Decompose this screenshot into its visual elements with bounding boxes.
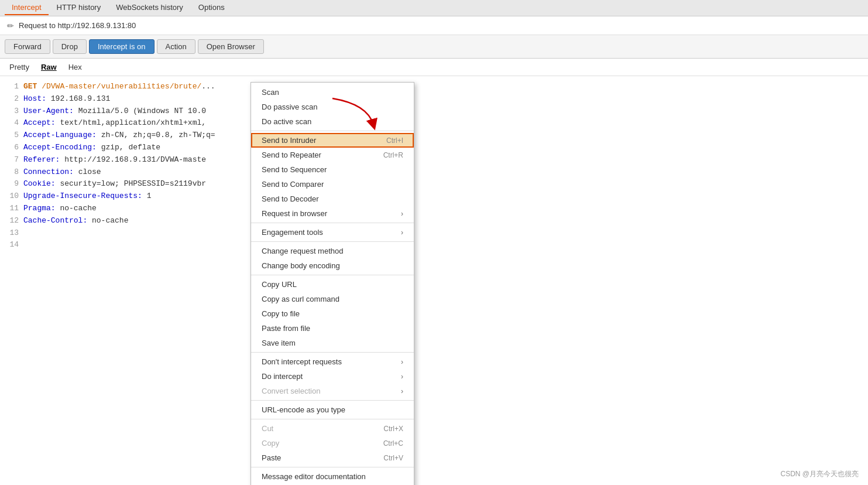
menu-item[interactable]: Request in browser› [251,206,414,221]
request-line: 3User-Agent: Mozilla/5.0 (Windows NT 10.… [7,105,861,118]
line-number: 12 [7,215,19,227]
open-browser-button[interactable]: Open Browser [198,39,264,54]
context-menu: ScanDo passive scanDo active scanSend to… [251,82,414,485]
line-content: Referer: http://192.168.9.131/DVWA-maste [23,154,861,166]
menu-item-label: Send to Comparer [262,180,324,189]
menu-item[interactable]: URL-encode as you type [251,402,414,417]
menu-item-label: Do intercept [262,372,303,381]
tab-websockets-history[interactable]: WebSockets history [109,1,190,15]
menu-item[interactable]: Do active scan [251,114,414,129]
request-path: /DVWA-master/vulnerabilities/brute/ [42,82,201,91]
content-area: 1GET /DVWA-master/vulnerabilities/brute/… [0,76,868,485]
tab-http-history[interactable]: HTTP history [50,1,108,15]
submenu-arrow-icon: › [401,358,403,366]
line-number: 11 [7,203,19,215]
line-number: 1 [7,81,19,93]
header-key: Cookie: [23,179,56,188]
menu-item[interactable]: Engagement tools› [251,225,414,240]
drop-button[interactable]: Drop [53,39,87,54]
action-button[interactable]: Action [157,39,195,54]
tab-raw[interactable]: Raw [39,62,59,73]
truncated-content: ... [201,82,215,91]
toolbar: Forward Drop Intercept is on Action Open… [0,35,868,59]
menu-item[interactable]: Save item [251,336,414,350]
header-key: Cache-Control: [23,216,87,225]
menu-item[interactable]: Send to RepeaterCtrl+R [251,148,414,162]
header-key: Connection: [23,168,74,176]
menu-item-label: Copy to file [262,309,300,318]
menu-item-label: Send to Sequencer [262,165,327,174]
submenu-arrow-icon: › [401,210,403,218]
request-line: 12Cache-Control: no-cache [7,215,861,227]
request-line: 5Accept-Language: zh-CN, zh;q=0.8, zh-TW… [7,129,861,142]
menu-separator [251,352,414,353]
menu-item[interactable]: Copy as curl command [251,292,414,306]
view-tabs: Pretty Raw Hex [0,59,868,76]
submenu-arrow-icon: › [401,387,403,395]
menu-separator [251,131,414,131]
menu-item[interactable]: Scan [251,85,414,100]
menu-item[interactable]: Send to IntruderCtrl+I [251,133,414,148]
http-method: GET [23,82,37,91]
header-key: Pragma: [23,204,56,213]
line-number: 9 [7,178,19,190]
menu-item[interactable]: Do passive scan [251,100,414,114]
menu-item[interactable]: Send to Comparer [251,177,414,192]
menu-item-label: Copy URL [262,280,297,289]
request-bar: ✏ Request to http://192.168.9.131:80 [0,16,868,35]
menu-separator [251,223,414,223]
request-line: 1GET /DVWA-master/vulnerabilities/brute/… [7,81,861,93]
tab-intercept[interactable]: Intercept [5,1,49,15]
header-key: Upgrade-Insecure-Requests: [23,192,142,200]
menu-item-label: Send to Intruder [262,136,316,145]
line-content: Accept-Encoding: gzip, deflate [23,142,861,154]
menu-item[interactable]: Copy to file [251,306,414,321]
menu-shortcut: Ctrl+V [383,454,403,462]
submenu-arrow-icon: › [401,228,403,237]
menu-item[interactable]: Message editor documentation [251,469,414,484]
menu-separator [251,275,414,275]
request-url: Request to http://192.168.9.131:80 [19,21,136,30]
submenu-arrow-icon: › [401,373,403,381]
menu-item-label: Do active scan [262,117,311,126]
menu-shortcut: Ctrl+R [383,151,403,159]
menu-item[interactable]: Copy URL [251,277,414,292]
line-content: GET /DVWA-master/vulnerabilities/brute/.… [23,81,861,93]
header-key: User-Agent: [23,107,74,115]
header-key: Accept: [23,118,56,127]
line-content [23,239,861,251]
header-value: no-cache [56,204,97,213]
request-line: 13 [7,227,861,240]
header-value: Mozilla/5.0 (Windows NT 10.0 [74,107,206,115]
intercept-on-button[interactable]: Intercept is on [89,39,155,54]
line-number: 8 [7,166,19,179]
menu-item[interactable]: Do intercept› [251,369,414,384]
menu-item[interactable]: Paste from file [251,321,414,336]
line-number: 4 [7,117,19,129]
line-content: Pragma: no-cache [23,203,861,215]
header-value: security=low; PHPSESSID=s2119vbr [56,179,206,188]
header-value: close [74,168,101,176]
menu-separator [251,400,414,401]
menu-item[interactable]: Send to Decoder [251,192,414,206]
menu-item[interactable]: Send to Sequencer [251,162,414,177]
menu-item-label: Change request method [262,247,343,255]
tab-options[interactable]: Options [191,1,232,15]
header-value: 192.168.9.131 [46,94,110,103]
menu-item-label: Don't intercept requests [262,357,342,366]
pencil-icon: ✏ [7,21,14,30]
line-number: 13 [7,227,19,240]
menu-item[interactable]: Don't intercept requests› [251,354,414,369]
request-line: 10Upgrade-Insecure-Requests: 1 [7,190,861,203]
line-number: 10 [7,190,19,203]
menu-item: CutCtrl+X [251,421,414,436]
menu-item[interactable]: PasteCtrl+V [251,450,414,465]
tab-hex[interactable]: Hex [66,62,84,73]
menu-item-label: Copy [262,439,279,448]
menu-item: Convert selection› [251,384,414,398]
menu-item[interactable]: Change body encoding [251,258,414,273]
menu-item[interactable]: Change request method [251,244,414,258]
header-key: Accept-Encoding: [23,143,97,152]
tab-pretty[interactable]: Pretty [7,62,32,73]
forward-button[interactable]: Forward [5,39,50,54]
